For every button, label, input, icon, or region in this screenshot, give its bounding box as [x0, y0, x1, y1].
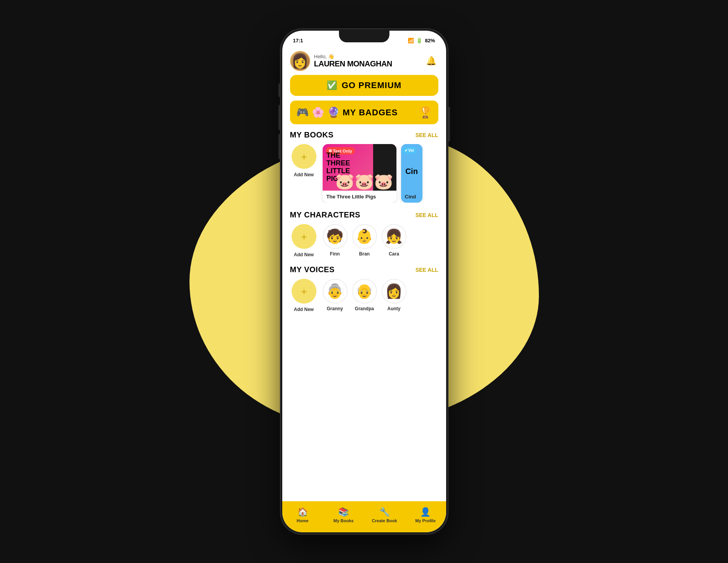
phone-wrapper: 17:1 📶 🔋 82%: [281, 29, 448, 534]
status-time: 17:1: [293, 38, 303, 43]
power-button: [448, 107, 450, 142]
badges-label: MY BADGES: [343, 108, 415, 118]
book-card-three-little-pigs[interactable]: ⊗ Text Only The Three Little Pigs 🐷🐷🐷: [323, 144, 396, 203]
bran-name: Bran: [359, 251, 370, 257]
home-label: Home: [297, 518, 309, 523]
bran-face-image: [353, 225, 376, 248]
greeting-text: Hello, 👋: [314, 54, 392, 59]
greeting-block: Hello, 👋 Lauren Monaghan: [314, 54, 392, 68]
aunty-name: Aunty: [387, 306, 401, 311]
header: Hello, 👋 Lauren Monaghan 🔔: [290, 48, 438, 75]
finn-avatar: [323, 224, 347, 249]
my-books-section: MY BOOKS SEE ALL ＋ Add New: [290, 130, 438, 203]
user-avatar[interactable]: [290, 51, 310, 71]
app-content: Hello, 👋 Lauren Monaghan 🔔 ✅ GO PREMIUM: [282, 48, 446, 505]
check-icon: ✔: [405, 148, 408, 153]
create-book-label: Create Book: [372, 518, 397, 523]
finn-name: Finn: [330, 251, 340, 257]
cinderella-cover-text: Cin: [405, 167, 418, 176]
header-left: Hello, 👋 Lauren Monaghan: [290, 51, 392, 71]
my-characters-section: MY CHARACTERS SEE ALL ＋ Add New: [290, 210, 438, 257]
notification-bell-button[interactable]: 🔔: [424, 54, 438, 68]
book-title: The Three Little Pigs: [323, 191, 396, 203]
granny-avatar: [323, 279, 347, 304]
add-book-label: Add New: [294, 172, 314, 177]
grandpa-face-image: [353, 280, 376, 303]
voice-aunty[interactable]: Aunty: [382, 279, 407, 312]
premium-icon: ✅: [327, 80, 337, 90]
cara-name: Cara: [389, 251, 399, 257]
notch: [339, 31, 389, 42]
nav-my-books[interactable]: 📚 My Books: [330, 507, 357, 523]
volume-down-button: [278, 105, 280, 130]
books-row: ＋ Add New ⊗ Text Only: [290, 144, 438, 203]
granny-name: Granny: [327, 306, 343, 311]
user-avatar-image: [291, 52, 309, 70]
create-icon: 🔧: [379, 507, 390, 517]
books-icon: 📚: [338, 507, 349, 517]
badge-emoji-1: 🎮: [296, 106, 309, 118]
battery-icon: 🔋: [416, 38, 422, 43]
phone-frame: 17:1 📶 🔋 82%: [281, 29, 448, 534]
pigs-illustration: 🐷🐷🐷: [335, 172, 393, 191]
add-book-circle: ＋: [292, 144, 316, 169]
signal-icon: 📶: [408, 38, 414, 43]
add-voice-label: Add New: [294, 307, 314, 312]
go-premium-button[interactable]: ✅ GO PREMIUM: [290, 75, 438, 96]
voice-badge: ✔ Voi: [403, 147, 416, 154]
nav-create-book[interactable]: 🔧 Create Book: [371, 507, 398, 523]
cinderella-title: Cind: [401, 191, 422, 203]
character-finn[interactable]: Finn: [323, 224, 347, 257]
battery-level: 82%: [425, 38, 435, 43]
status-right: 📶 🔋 82%: [408, 38, 435, 43]
nav-home[interactable]: 🏠 Home: [289, 507, 316, 523]
premium-label: GO PREMIUM: [342, 80, 401, 90]
voice-granny[interactable]: Granny: [323, 279, 347, 312]
badge-emoji-3: 🔮: [327, 106, 340, 118]
grandpa-avatar: [352, 279, 377, 304]
my-voices-header: MY VOICES SEE ALL: [290, 265, 438, 274]
characters-see-all-button[interactable]: SEE ALL: [415, 212, 438, 218]
add-new-book-button[interactable]: ＋ Add New: [290, 144, 318, 203]
profile-icon: 👤: [420, 507, 431, 517]
granny-face-image: [323, 280, 347, 303]
add-new-voice-button[interactable]: ＋ Add New: [290, 279, 318, 312]
cara-face-image: [382, 225, 406, 248]
bottom-nav: 🏠 Home 📚 My Books 🔧 Create Book 👤 My Pro…: [282, 501, 446, 532]
voices-row: ＋ Add New Granny: [290, 279, 438, 312]
add-new-character-button[interactable]: ＋ Add New: [290, 224, 318, 257]
character-bran[interactable]: Bran: [352, 224, 377, 257]
my-profile-label: My Profile: [415, 518, 436, 523]
my-voices-section: MY VOICES SEE ALL ＋ Add New: [290, 265, 438, 312]
books-see-all-button[interactable]: SEE ALL: [415, 132, 438, 138]
add-voice-circle: ＋: [292, 279, 316, 304]
my-characters-title: MY CHARACTERS: [290, 210, 361, 219]
characters-row: ＋ Add New Finn: [290, 224, 438, 257]
add-character-label: Add New: [294, 252, 314, 257]
user-name: Lauren Monaghan: [314, 59, 392, 68]
my-badges-button[interactable]: 🎮 🌸 🔮 MY BADGES 🏆: [290, 101, 438, 124]
silent-button: [278, 134, 280, 159]
trophy-icon: 🏆: [419, 106, 432, 119]
grandpa-name: Grandpa: [355, 306, 374, 311]
book-cover: ⊗ Text Only The Three Little Pigs 🐷🐷🐷: [323, 144, 396, 191]
aunty-avatar: [382, 279, 407, 304]
my-books-title: MY BOOKS: [290, 130, 334, 139]
book-card-cinderella[interactable]: ✔ Voi Cin Cind: [401, 144, 422, 203]
bran-avatar: [352, 224, 377, 249]
home-icon: 🏠: [297, 507, 308, 517]
finn-face-image: [323, 225, 347, 248]
my-books-header: MY BOOKS SEE ALL: [290, 130, 438, 139]
my-voices-title: MY VOICES: [290, 265, 335, 274]
volume-up-button: [278, 83, 280, 97]
voice-badge-label: Voi: [408, 148, 414, 153]
scene: 17:1 📶 🔋 82%: [0, 0, 728, 563]
my-books-nav-label: My Books: [334, 518, 354, 523]
add-character-circle: ＋: [292, 224, 316, 249]
character-cara[interactable]: Cara: [382, 224, 407, 257]
voice-grandpa[interactable]: Grandpa: [352, 279, 377, 312]
nav-my-profile[interactable]: 👤 My Profile: [412, 507, 439, 523]
voices-see-all-button[interactable]: SEE ALL: [415, 267, 438, 273]
aunty-face-image: [382, 280, 406, 303]
my-characters-header: MY CHARACTERS SEE ALL: [290, 210, 438, 219]
